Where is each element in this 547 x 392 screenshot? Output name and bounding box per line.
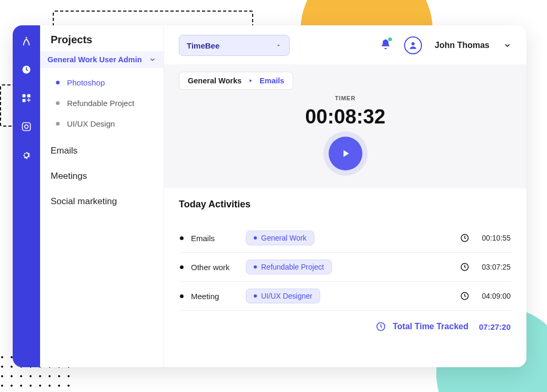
sidebar-subitem-label: Refundable Project bbox=[67, 99, 135, 108]
breadcrumb-leaf: Emails bbox=[260, 77, 284, 85]
tag-dot-icon bbox=[254, 294, 257, 298]
activity-row[interactable]: Other work Refundable Project 03:07:25 bbox=[179, 253, 512, 282]
svg-rect-5 bbox=[23, 123, 31, 131]
tag-dot-icon bbox=[254, 236, 257, 240]
activity-tag-label: Refundable Project bbox=[261, 263, 324, 271]
nav-rail bbox=[13, 25, 40, 367]
total-row: Total Time Tracked 07:27:20 bbox=[179, 311, 512, 337]
bullet-icon bbox=[180, 294, 184, 298]
activities-title: Today Activities bbox=[179, 199, 512, 210]
projects-sidebar: Projects General Work User Admin Photosh… bbox=[40, 25, 164, 367]
apps-icon[interactable] bbox=[20, 92, 33, 104]
app-window: Projects General Work User Admin Photosh… bbox=[13, 25, 526, 367]
svg-point-8 bbox=[411, 42, 415, 45]
tag-dot-icon bbox=[254, 265, 257, 269]
main-panel: TimeBee John Thomas General Works Emails… bbox=[164, 25, 526, 367]
sidebar-subitem-label: Photoshop bbox=[67, 78, 105, 87]
clock-icon bbox=[460, 291, 469, 301]
svg-point-6 bbox=[25, 125, 28, 129]
activity-tag-label: General Work bbox=[261, 234, 306, 242]
play-icon bbox=[340, 148, 351, 159]
breadcrumb[interactable]: General Works Emails bbox=[179, 72, 293, 90]
user-name[interactable]: John Thomas bbox=[435, 41, 490, 50]
sidebar-sublist: Photoshop Refundable Project UI/UX Desig… bbox=[40, 68, 164, 138]
activity-tag[interactable]: General Work bbox=[246, 231, 314, 245]
activity-time: 03:07:25 bbox=[482, 263, 511, 271]
activity-name: Other work bbox=[191, 263, 238, 272]
bullet-icon bbox=[180, 236, 184, 240]
svg-point-0 bbox=[25, 37, 27, 39]
caret-down-icon bbox=[275, 42, 282, 49]
sidebar-subitem-photoshop[interactable]: Photoshop bbox=[52, 72, 164, 93]
notifications-button[interactable] bbox=[380, 39, 391, 52]
gear-icon[interactable] bbox=[20, 149, 33, 161]
activity-row[interactable]: Meeting UI/UX Designer 04:09:00 bbox=[179, 282, 512, 311]
sidebar-title: Projects bbox=[40, 32, 164, 51]
bullet-icon bbox=[56, 101, 60, 105]
bullet-icon bbox=[56, 81, 60, 84]
bullet-icon bbox=[56, 122, 60, 126]
activity-tag[interactable]: UI/UX Designer bbox=[246, 289, 320, 303]
activity-time: 00:10:55 bbox=[482, 234, 511, 242]
clock-icon bbox=[376, 321, 386, 332]
sidebar-item-emails[interactable]: Emails bbox=[40, 138, 164, 164]
timer-label: TIMER bbox=[179, 95, 512, 101]
sidebar-group-general-work[interactable]: General Work User Admin bbox=[40, 51, 164, 68]
svg-rect-3 bbox=[27, 94, 31, 98]
user-icon bbox=[408, 41, 418, 50]
activity-name: Emails bbox=[191, 234, 238, 243]
activity-row[interactable]: Emails General Work 00:10:55 bbox=[179, 224, 512, 253]
topbar: TimeBee John Thomas bbox=[164, 25, 526, 63]
svg-rect-4 bbox=[23, 99, 26, 102]
sidebar-group-label: General Work User Admin bbox=[47, 55, 142, 64]
notification-dot-icon bbox=[388, 37, 392, 41]
sidebar-item-meetings[interactable]: Meetings bbox=[40, 164, 164, 189]
caret-right-icon bbox=[248, 78, 253, 83]
activity-tag-label: UI/UX Designer bbox=[261, 292, 312, 300]
total-time-label: Total Time Tracked bbox=[392, 322, 468, 331]
activities-section: Today Activities Emails General Work 00:… bbox=[164, 188, 526, 337]
sidebar-item-label: Meetings bbox=[51, 171, 87, 181]
clock-icon bbox=[460, 262, 469, 272]
breadcrumb-root: General Works bbox=[188, 77, 242, 85]
logo-icon[interactable] bbox=[20, 35, 33, 47]
sidebar-item-label: Social marketing bbox=[51, 196, 117, 206]
clock-icon bbox=[460, 233, 469, 243]
sidebar-subitem-uiux[interactable]: UI/UX Design bbox=[52, 113, 164, 134]
bullet-icon bbox=[180, 265, 184, 269]
sidebar-subitem-label: UI/UX Design bbox=[67, 119, 115, 128]
svg-point-7 bbox=[25, 154, 28, 157]
avatar[interactable] bbox=[404, 36, 422, 54]
chevron-down-icon bbox=[149, 56, 156, 63]
workspace-select-value: TimeBee bbox=[187, 41, 219, 50]
timer-value: 00:08:32 bbox=[179, 106, 512, 128]
sidebar-subitem-refundable[interactable]: Refundable Project bbox=[52, 93, 164, 113]
workspace-select[interactable]: TimeBee bbox=[179, 35, 290, 56]
activity-tag[interactable]: Refundable Project bbox=[246, 260, 332, 274]
activity-name: Meeting bbox=[191, 292, 238, 301]
clock-icon[interactable] bbox=[20, 63, 33, 76]
chevron-down-icon[interactable] bbox=[503, 41, 512, 50]
svg-rect-2 bbox=[23, 94, 26, 98]
activity-time: 04:09:00 bbox=[482, 292, 511, 300]
timer-play-button[interactable] bbox=[329, 137, 362, 170]
total-time-value: 07:27:20 bbox=[479, 322, 511, 331]
screenshots-icon[interactable] bbox=[20, 120, 33, 133]
timer-area: General Works Emails TIMER 00:08:32 bbox=[164, 64, 526, 188]
sidebar-item-social-marketing[interactable]: Social marketing bbox=[40, 189, 164, 214]
sidebar-item-label: Emails bbox=[51, 146, 78, 156]
